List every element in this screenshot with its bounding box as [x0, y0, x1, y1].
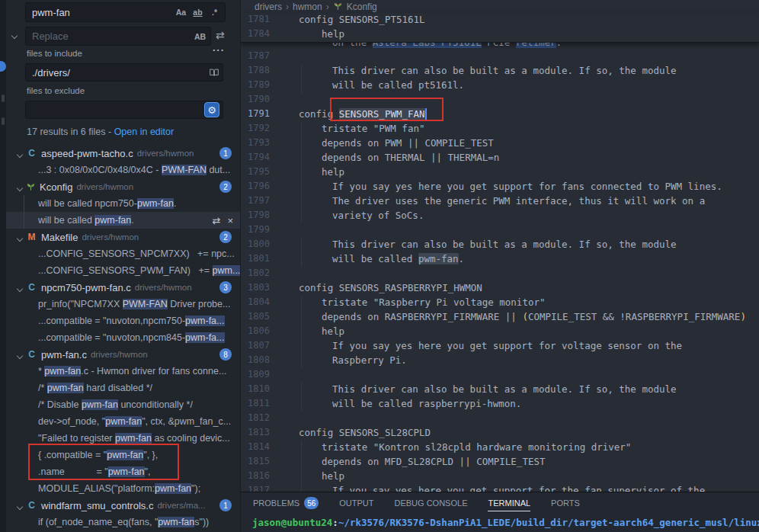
code-line[interactable]: 1792tristate "PWM fan"	[241, 122, 759, 136]
search-result-file-row[interactable]: Cnpcm750-pwm-fan.cdrivers/hwmon3	[6, 279, 240, 296]
breadcrumb-item[interactable]: hwmon	[293, 2, 322, 12]
chevron-down-icon[interactable]	[18, 146, 22, 160]
code-line[interactable]: 1808Raspberry Pi.	[241, 354, 759, 368]
breadcrumb-item[interactable]: Kconfig	[347, 2, 377, 12]
search-match-row[interactable]: * pwm-fan.c - Hwmon driver for fans conn…	[6, 363, 240, 380]
search-match-row[interactable]: pr_info("NPCM7XX PWM-FAN Driver probe...	[6, 296, 240, 312]
code-line[interactable]: 1804tristate "Raspberry Pi voltage monit…	[241, 296, 759, 310]
gear-icon[interactable]: ⚙	[204, 102, 219, 117]
search-match-row[interactable]: if (of_node_name_eq(fans, "pwm-fans"))	[6, 514, 240, 530]
line-number: 1795	[241, 166, 270, 177]
code-line[interactable]: 1803config SENSORS_RASPBERRYPI_HWMON	[241, 281, 759, 296]
search-match-row[interactable]: MODULE_ALIAS("platform:pwm-fan");	[6, 480, 240, 497]
panel-tab-terminal[interactable]: TERMINAL	[488, 492, 530, 514]
search-match-row[interactable]: /* pwm-fan hard disabled */	[6, 380, 240, 396]
replace-all-icon[interactable]: ⇄	[216, 29, 225, 41]
search-result-file-row[interactable]: Caspeed-pwm-tacho.cdrivers/hwmon1	[6, 145, 240, 162]
panel-tab-problems[interactable]: PROBLEMS56	[253, 492, 319, 514]
chevron-down-icon[interactable]	[18, 280, 22, 294]
search-match-row[interactable]: /* Disable pwm-fan unconditionally */	[6, 396, 240, 413]
panel-tab-label: OUTPUT	[339, 498, 373, 508]
search-result-file-row[interactable]: Kconfigdrivers/hwmon2	[6, 178, 240, 195]
close-icon[interactable]: ×	[227, 215, 233, 226]
code-line[interactable]: 1816help	[241, 470, 759, 484]
code-line[interactable]: 1809	[241, 368, 759, 383]
code-line[interactable]: 1791config SENSORS_PWM_FAN	[241, 107, 759, 122]
search-match-row[interactable]: will be called pwm-fan.⇄×	[6, 212, 240, 229]
replace-icon[interactable]: ⇄	[213, 215, 221, 226]
code-line[interactable]: 1817If you say yes here you get support …	[241, 484, 759, 492]
chevron-down-icon[interactable]	[18, 180, 22, 194]
files-to-exclude-input[interactable]: ⚙	[25, 101, 223, 119]
code-line[interactable]: 1810This driver can also be built as a m…	[241, 383, 759, 397]
chevron-down-icon[interactable]	[18, 348, 22, 361]
regex-icon[interactable]: .*	[207, 5, 222, 20]
sticky-line[interactable]: 1781config SENSORS_PT5161L	[241, 13, 759, 27]
code-line[interactable]: 1799	[241, 223, 759, 238]
search-match-row[interactable]: ...3 : 0x08/0x0C/0x48/0x4C - PWM-FAN dut…	[6, 162, 240, 178]
search-result-file-row[interactable]: Cwindfarm_smu_controls.cdrivers/ma...1	[6, 497, 240, 514]
search-match-row[interactable]: .name = "pwm-fan",	[6, 463, 240, 480]
terminal-prompt[interactable]: jason@ubuntu24:~/rk3576/RK3576-DshanPiA1…	[241, 514, 759, 528]
panel-tab-debug-console[interactable]: DEBUG CONSOLE	[395, 492, 468, 514]
sticky-scroll[interactable]: 1781config SENSORS_PT5161L1784help	[241, 13, 759, 43]
search-match-row[interactable]: { .compatible = "pwm-fan", },	[6, 447, 240, 463]
code-line[interactable]: 1813config SENSORS_SL28CPLD	[241, 426, 759, 441]
code-line[interactable]: 1811will be called raspberrypi-hwmon.	[241, 397, 759, 412]
code-line[interactable]: 1807If you say yes here you get support …	[241, 339, 759, 354]
panel-tab-output[interactable]: OUTPUT	[339, 492, 373, 514]
search-match-row[interactable]: "Failed to register pwm-fan as cooling d…	[6, 430, 240, 447]
sticky-line[interactable]: 1784help	[241, 27, 759, 42]
files-to-include-input[interactable]: ./drivers/	[25, 63, 223, 82]
text-segment: MODULE_ALIAS("platform:	[38, 483, 155, 494]
code-line[interactable]: 1805depends on RASPBERRYPI_FIRMWARE || (…	[241, 310, 759, 325]
search-result-file-row[interactable]: MMakefiledrivers/hwmon2	[6, 229, 240, 245]
line-number: 1813	[241, 427, 270, 437]
code-line[interactable]: 1806help	[241, 325, 759, 339]
breadcrumb[interactable]: drivers›hwmon›Kconfig	[255, 0, 377, 13]
search-match-row[interactable]: ...compatible = "nuvoton,npcm845-pwm-fa.…	[6, 329, 240, 346]
code-line[interactable]: 1794depends on THERMAL || THERMAL=n	[241, 151, 759, 165]
replace-input[interactable]: Replace AB	[25, 27, 211, 46]
code-line[interactable]: 1815depends on MFD_SL28CPLD || COMPILE_T…	[241, 455, 759, 470]
code-line[interactable]: 1793depends on PWM || COMPILE_TEST	[241, 136, 759, 151]
code-line[interactable]: 1796If you say yes here you get support …	[241, 180, 759, 194]
code-line[interactable]: 1800This driver can also be built as a m…	[241, 238, 759, 252]
code-line[interactable]: 1798variety of SoCs.	[241, 209, 759, 223]
search-result-file-row[interactable]: Cpwm-fan.cdrivers/hwmon8	[6, 346, 240, 363]
code-line[interactable]: 1801will be called pwm-fan.	[241, 252, 759, 267]
toggle-replace-button[interactable]	[8, 30, 21, 43]
code-line[interactable]: 1812	[241, 412, 759, 426]
breadcrumb-item[interactable]: drivers	[255, 2, 282, 12]
whole-word-icon[interactable]: ab	[191, 5, 205, 20]
code-line[interactable]: 1797The driver uses the generic PWM inte…	[241, 194, 759, 209]
panel-tab-ports[interactable]: PORTS	[551, 492, 580, 514]
text-segment: This driver can also be built as a modul…	[332, 65, 677, 76]
code-line[interactable]: 1814tristate "Kontron sl28cpld hardware …	[241, 441, 759, 455]
search-match-row[interactable]: will be called npcm750-pwm-fan.	[6, 195, 240, 212]
line-number: 1804	[241, 296, 270, 307]
text-segment: This driver can also be built as a modul…	[332, 383, 677, 395]
search-match-row[interactable]: ...CONFIG_SENSORS_PWM_FAN) += pwm...	[6, 262, 240, 279]
search-match-row[interactable]: ...CONFIG_SENSORS_NPCM7XX) += npc...	[6, 245, 240, 262]
editor-pane[interactable]: drivers›hwmon›Kconfig 17871788This drive…	[240, 0, 759, 492]
chevron-down-icon[interactable]	[18, 498, 22, 512]
code-line[interactable]: 1789will be called pt5161l.	[241, 79, 759, 93]
code-line[interactable]: 1795help	[241, 165, 759, 180]
match-case-icon[interactable]: Aa	[174, 5, 188, 20]
code-line[interactable]: 1788This driver can also be built as a m…	[241, 64, 759, 79]
search-input[interactable]: pwm-fan Aa ab .*	[25, 2, 226, 22]
search-match-row[interactable]: dev->of_node, "pwm-fan", ctx, &pwm_fan_c…	[6, 413, 240, 430]
text-segment: help	[322, 166, 344, 178]
open-in-editor-link[interactable]: Open in editor	[114, 127, 175, 137]
preserve-case-icon[interactable]: AB	[193, 29, 207, 43]
search-match-row[interactable]: ...compatible = "nuvoton,npcm750-pwm-fa.…	[6, 312, 240, 329]
chevron-down-icon[interactable]	[18, 230, 22, 244]
text-segment: .	[556, 43, 562, 48]
book-icon[interactable]	[209, 68, 219, 78]
code-line[interactable]: 1790	[241, 93, 759, 107]
text-segment: ", ctx, &pwm_fan_c...	[142, 416, 231, 427]
code-line[interactable]: 1787	[241, 50, 759, 64]
more-actions-icon[interactable]: ···	[213, 44, 225, 56]
code-line[interactable]: 1802	[241, 267, 759, 281]
